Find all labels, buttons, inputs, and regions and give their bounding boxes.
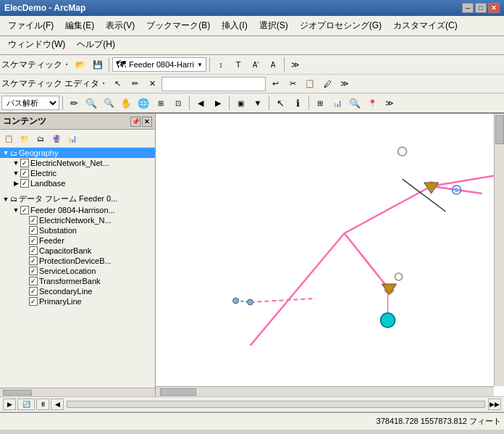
en2-check[interactable] [29,216,38,225]
tool-arrow[interactable]: ↖ [272,95,288,111]
map-hscroll[interactable] [156,386,494,396]
tree-landbase[interactable]: ▶ Landbase [0,178,155,188]
electricnetwork-expander[interactable]: ▼ [12,159,20,167]
minimize-button[interactable]: ─ [462,3,474,13]
menu-customize[interactable]: カスタマイズ(C) [388,17,463,34]
nav-btn4[interactable]: ◀ [51,398,64,410]
toolbar-open-btn[interactable]: 📂 [72,57,88,72]
editor-btn6[interactable]: 📋 [302,76,318,92]
tree-protectiondevice[interactable]: ▶ ProtectionDeviceB... [0,256,155,266]
editor-btn7[interactable]: 🖊 [319,76,335,92]
tree-primaryline[interactable]: ▶ PrimaryLine [0,296,155,306]
tool-select[interactable]: ▣ [232,95,248,111]
feeder-check[interactable] [29,236,38,245]
sidebar-pin-btn[interactable]: 📌 [130,117,140,127]
map-area[interactable] [156,114,504,396]
editor-more-btn[interactable]: ≫ [337,76,353,92]
menu-edit[interactable]: 編集(E) [60,17,99,34]
tool-zoom-out[interactable]: 🔍 [101,95,117,111]
tool-zoom-in[interactable]: 🔍 [83,95,99,111]
menu-view[interactable]: 表示(V) [101,17,140,34]
editor-btn4[interactable]: ↩ [267,76,283,92]
landbase-check[interactable] [20,179,29,188]
sidebar-btn3[interactable]: 🗂 [33,131,48,146]
primaryline-check[interactable] [29,297,38,306]
menu-window[interactable]: ウィンドウ(W) [3,36,70,53]
tool-locate[interactable]: 📍 [364,95,380,111]
tool-pencil[interactable]: ✏ [66,95,82,111]
sidebar-hscroll[interactable] [0,388,155,396]
tool-forward[interactable]: ▶ [210,95,226,111]
tool-ext2[interactable]: ⊡ [170,95,186,111]
tool-more2[interactable]: ≫ [382,95,398,111]
tree-geography[interactable]: ▼ 🗂 Geography [0,148,155,158]
feeder-dropdown[interactable]: 🗺 Feeder 0804-Harri ▼ [112,57,206,72]
menu-bookmark[interactable]: ブックマーク(B) [141,17,215,34]
tree-en2[interactable]: ▶ ElectricNetwork_N... [0,215,155,225]
tool-table[interactable]: ⊞ [312,95,328,111]
electric-check[interactable] [20,169,29,178]
tool-pan[interactable]: ✋ [118,95,134,111]
nav-progress[interactable] [67,401,485,408]
sidebar-btn2[interactable]: 📁 [17,131,32,146]
sidebar-btn1[interactable]: 📋 [1,131,16,146]
toolbar-textA-btn[interactable]: A' [248,57,264,72]
nav-btn5[interactable]: ▶▶ [488,398,501,410]
sidebar-btn5[interactable]: 📊 [65,131,80,146]
tree-dataframe[interactable]: ▼ 🗂 データ フレーム Feeder 0... [0,193,155,205]
tool-fullext[interactable]: ⊞ [153,95,169,111]
menu-geoprocessing[interactable]: ジオプロセシング(G) [295,17,387,34]
menu-select[interactable]: 選択(S) [254,17,293,34]
menu-file[interactable]: ファイル(F) [3,17,59,34]
tool-search[interactable]: 🔍 [347,95,363,111]
map-hscroll-thumb[interactable] [160,388,196,396]
transformerbank-check[interactable] [29,277,38,285]
editor-btn1[interactable]: ↖ [109,76,125,92]
tool-dropdown2[interactable]: ▼ [250,95,266,111]
toolbar-more-btn[interactable]: ≫ [287,57,303,72]
tree-feeder[interactable]: ▶ Feeder [0,235,155,246]
tree-electric[interactable]: ▼ Electric [0,168,155,178]
tool-globe[interactable]: 🌐 [135,95,151,111]
feeder0804-check[interactable] [20,206,29,214]
toolbar-save-btn[interactable]: 💾 [90,57,106,72]
protectiondevice-check[interactable] [29,256,38,265]
geography-expander[interactable]: ▼ [1,149,10,157]
sidebar-btn4[interactable]: 🔮 [49,131,64,146]
tool-table2[interactable]: 📊 [329,95,345,111]
toolbar-text-btn[interactable]: T [230,57,246,72]
menu-insert[interactable]: 挿入(I) [217,17,252,34]
editor-btn5[interactable]: ✂ [285,76,301,92]
tool-back[interactable]: ◀ [193,95,209,111]
electricnetwork-check[interactable] [20,159,29,167]
tree-substation[interactable]: ▶ Substation [0,225,155,235]
sidebar-hscroll-thumb[interactable] [3,390,32,396]
tree-capacitorbank[interactable]: ▶ CapacitorBank [0,246,155,256]
editor-btn3[interactable]: ✕ [144,76,160,92]
sidebar-close-btn[interactable]: ✕ [142,117,152,127]
feeder0804-expander[interactable]: ▼ [12,206,20,214]
toolbar-move-btn[interactable]: ↕ [213,57,229,72]
editor-input[interactable] [161,77,266,91]
substation-check[interactable] [29,226,38,235]
tree-transformerbank[interactable]: ▶ TransformerBank [0,276,155,286]
toolbar-text2-btn[interactable]: A [265,57,281,72]
dataframe-expander[interactable]: ▼ [1,195,10,204]
secondaryline-check[interactable] [29,287,38,296]
path-select[interactable]: パス解析 [1,96,59,110]
maximize-button[interactable]: □ [475,3,487,13]
landbase-expander[interactable]: ▶ [12,179,20,188]
map-vscroll[interactable] [494,114,504,386]
editor-btn2[interactable]: ✏ [127,76,143,92]
electric-expander[interactable]: ▼ [12,169,20,178]
nav-btn1[interactable]: ▶ [3,398,16,410]
tree-servicelocation[interactable]: ▶ ServiceLocation [0,266,155,276]
servicelocation-check[interactable] [29,267,38,275]
nav-btn2[interactable]: 🔃 [17,398,35,410]
tool-info[interactable]: ℹ [290,95,306,111]
menu-help[interactable]: ヘルプ(H) [72,36,120,53]
tree-feeder0804[interactable]: ▼ Feeder 0804-Harrison... [0,205,155,215]
map-vscroll-thumb[interactable] [495,115,504,144]
tree-electricnetwork[interactable]: ▼ ElectricNetwork_Net... [0,158,155,168]
capacitorbank-check[interactable] [29,246,38,255]
